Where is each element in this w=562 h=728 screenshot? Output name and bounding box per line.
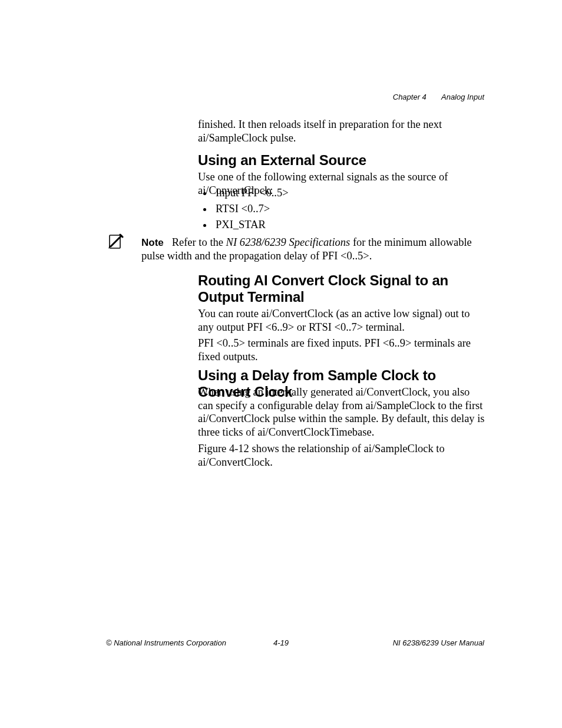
note-label: Note: [141, 237, 164, 248]
header-title: Analog Input: [441, 93, 484, 101]
note-icon: [106, 233, 125, 250]
bullet-list: Input PFI <0..5> RTSI <0..7> PXI_STAR: [198, 185, 502, 232]
note-italic: NI 6238/6239 Specifications: [226, 236, 351, 248]
para-routing-2: PFI <0..5> terminals are fixed inputs. P…: [198, 337, 487, 363]
note-before: Refer to the: [172, 236, 226, 248]
heading-routing: Routing AI Convert Clock Signal to an Ou…: [198, 272, 487, 305]
list-item: RTSI <0..7>: [213, 201, 502, 217]
para-routing-1: You can route ai/ConvertClock (as an act…: [198, 307, 487, 334]
header-chapter: Chapter 4: [393, 93, 427, 101]
running-header: Chapter 4 Analog Input: [393, 93, 484, 101]
heading-external-source: Using an External Source: [198, 152, 487, 169]
note-text: Note Refer to the NI 6238/6239 Specifica…: [141, 236, 487, 262]
para-delay-2: Figure 4-12 shows the relationship of ai…: [198, 442, 487, 469]
intro-paragraph: finished. It then reloads itself in prep…: [198, 118, 487, 144]
list-item: Input PFI <0..5>: [213, 185, 502, 201]
footer-manual-title: NI 6238/6239 User Manual: [393, 638, 484, 647]
page: Chapter 4 Analog Input finished. It then…: [0, 0, 562, 728]
para-delay-1: When using an internally generated ai/Co…: [198, 386, 487, 439]
list-item: PXI_STAR: [213, 217, 502, 233]
